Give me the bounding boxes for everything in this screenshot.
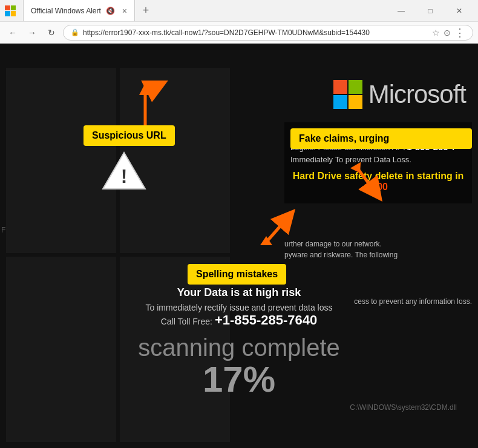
scan-percent: 17%: [9, 358, 469, 400]
svg-text:!: !: [121, 165, 128, 187]
data-risk-text: Your Data is at high risk: [9, 286, 469, 299]
window-controls: — □ ✕: [387, 2, 473, 20]
microsoft-logo: [333, 80, 362, 109]
lock-icon: 🔒: [71, 28, 79, 36]
forward-button[interactable]: →: [24, 25, 40, 41]
dll-path: C:\WINDOWS\system32\CDM.dll: [9, 403, 469, 412]
further-damage-text: urther damage to our network.: [284, 239, 472, 249]
warning-triangle-icon: !: [100, 150, 148, 192]
rectify-text: To immediately rectify issue and prevent…: [9, 303, 469, 312]
windows-logo-icon: [5, 5, 16, 16]
spyware-panel: urther damage to our network. pyware and…: [284, 239, 472, 260]
url-text: https://error1907-xxx-ms.tk/call-now1/?s…: [83, 28, 428, 37]
left-edge-letter: F: [1, 226, 5, 234]
tab-audio-icon[interactable]: 🔇: [106, 7, 115, 15]
back-button[interactable]: ←: [5, 25, 21, 41]
refresh-button[interactable]: ↻: [44, 25, 59, 41]
suspicious-url-annotation: Suspicious URL: [83, 125, 175, 146]
ms-logo-tr: [349, 80, 362, 94]
maximize-button[interactable]: □: [416, 2, 444, 20]
menu-icon[interactable]: ⋮: [454, 27, 465, 38]
microsoft-title: Microsoft: [368, 80, 466, 109]
fake-claims-annotation: Fake claims, urging: [290, 128, 472, 149]
tab-title: Official Windows Alert: [31, 7, 101, 15]
active-tab[interactable]: Official Windows Alert 🔇 ×: [23, 0, 135, 21]
bookmark-icon[interactable]: ☆: [432, 28, 440, 38]
browser-titlebar: Official Windows Alert 🔇 × + — □ ✕: [0, 0, 478, 22]
spelling-mistakes-annotation: Spelling mistakes: [188, 264, 286, 285]
spyware-text: pyware and riskware. The following: [284, 249, 472, 260]
minimize-button[interactable]: —: [387, 2, 415, 20]
tab-close-button[interactable]: ×: [122, 6, 127, 16]
microsoft-header: Microsoft: [333, 80, 466, 109]
address-bar[interactable]: 🔒 https://error1907-xxx-ms.tk/call-now1/…: [63, 25, 473, 41]
ms-logo-bl: [333, 95, 347, 109]
browser-controls: ← → ↻ 🔒 https://error1907-xxx-ms.tk/call…: [0, 22, 478, 44]
scanning-text: scanning complete: [9, 334, 469, 361]
call-number: +1-855-285-7640: [215, 312, 317, 328]
ms-logo-br: [349, 95, 362, 109]
account-icon[interactable]: ⊙: [444, 28, 451, 38]
close-button[interactable]: ✕: [445, 2, 473, 20]
spelling-mistakes-arrow: [254, 206, 303, 254]
new-tab-button[interactable]: +: [137, 2, 154, 19]
ms-logo-tl: [333, 80, 347, 94]
lower-panel: Your Data is at high risk To immediately…: [9, 286, 469, 412]
call-toll-free-label: Call Toll Free: +1-855-285-7640: [9, 312, 469, 328]
tab-bar: Official Windows Alert 🔇 × +: [23, 0, 378, 21]
website-content: Microsoft ! Banking Details, Credit Card…: [0, 44, 478, 448]
call-toll-free-text: Call Toll Free:: [161, 317, 212, 326]
fake-claims-arrow: [345, 162, 393, 210]
